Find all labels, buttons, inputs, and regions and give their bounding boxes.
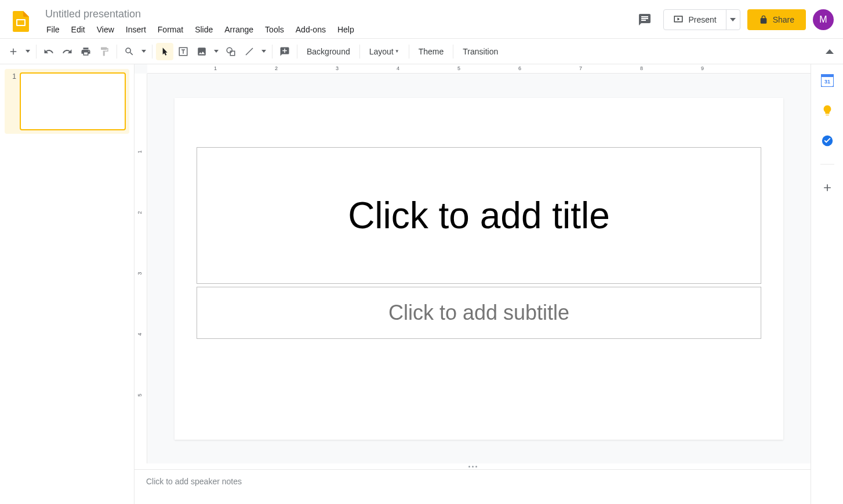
comment-tool[interactable] (276, 43, 293, 60)
separator (36, 45, 37, 59)
shape-icon (226, 46, 236, 57)
ruler-tick: 1 (137, 150, 143, 153)
shape-tool[interactable] (222, 43, 239, 60)
ruler-tick: 9 (701, 65, 704, 71)
menu-arrange[interactable]: Arrange (220, 23, 258, 36)
account-avatar[interactable]: M (813, 9, 834, 30)
slide-thumbnail-row[interactable]: 1 (5, 69, 129, 134)
add-app-button[interactable] (820, 181, 834, 195)
textbox-tool[interactable] (175, 43, 192, 60)
collapse-toolbar-button[interactable] (821, 43, 838, 60)
ruler-tick: 3 (336, 65, 339, 71)
paint-format-button[interactable] (96, 43, 113, 60)
notes-resize-handle[interactable] (135, 463, 811, 469)
zoom-icon (124, 46, 135, 57)
undo-button[interactable] (40, 43, 57, 60)
slides-logo[interactable] (9, 10, 32, 33)
speaker-notes[interactable]: Click to add speaker notes (135, 469, 811, 504)
keep-app-icon[interactable] (820, 104, 834, 118)
editor-area: 1 2 3 4 5 6 7 8 9 1 2 3 4 5 Click to add… (135, 64, 811, 504)
comments-button[interactable] (633, 8, 656, 31)
line-tool[interactable] (241, 43, 258, 60)
menu-format[interactable]: Format (153, 23, 188, 36)
present-group: Present (663, 9, 740, 30)
new-slide-dropdown[interactable] (23, 43, 32, 60)
editor-body: 1 2 3 4 5 Click to add title Click to ad… (135, 74, 811, 463)
layout-label: Layout (369, 47, 394, 56)
present-button[interactable]: Present (664, 10, 725, 30)
image-dropdown[interactable] (212, 43, 221, 60)
separator (409, 45, 409, 59)
svg-rect-6 (821, 74, 834, 77)
ruler-tick: 1 (214, 65, 217, 71)
slide-thumbnail[interactable] (20, 72, 126, 130)
separator (297, 45, 297, 59)
layout-button[interactable]: Layout ▼ (364, 43, 405, 60)
image-tool[interactable] (193, 43, 210, 60)
line-icon (244, 46, 255, 57)
line-dropdown[interactable] (259, 43, 268, 60)
ruler-tick: 6 (518, 65, 521, 71)
transition-button[interactable]: Transition (457, 43, 504, 60)
chevron-down-icon (141, 50, 146, 53)
zoom-button[interactable] (121, 43, 138, 60)
separator (453, 45, 453, 59)
canvas[interactable]: Click to add title Click to add subtitle (147, 74, 811, 463)
present-dropdown[interactable] (726, 10, 740, 30)
zoom-dropdown[interactable] (139, 43, 148, 60)
calendar-app-icon[interactable]: 31 (820, 74, 834, 87)
title-placeholder-text: Click to add title (348, 194, 610, 237)
chevron-down-icon: ▼ (395, 49, 399, 54)
menu-slide[interactable]: Slide (190, 23, 217, 36)
print-icon (81, 46, 91, 57)
background-button[interactable]: Background (301, 43, 356, 60)
select-tool[interactable] (156, 43, 173, 60)
ruler-tick: 2 (275, 65, 278, 71)
vertical-ruler[interactable]: 1 2 3 4 5 (135, 74, 147, 463)
menu-addons[interactable]: Add-ons (291, 23, 330, 36)
separator (152, 45, 152, 59)
image-icon (197, 46, 207, 57)
side-panel: 31 (811, 64, 843, 504)
slide-number: 1 (8, 72, 16, 81)
filmstrip[interactable]: 1 (0, 64, 135, 504)
new-slide-button[interactable] (5, 43, 22, 60)
present-icon (673, 14, 684, 25)
ruler-tick: 4 (137, 333, 143, 335)
comment-icon (638, 13, 652, 27)
title-placeholder[interactable]: Click to add title (197, 147, 761, 284)
ruler-tick: 2 (137, 211, 143, 214)
svg-rect-1 (17, 20, 24, 25)
redo-button[interactable] (59, 43, 76, 60)
add-comment-icon (279, 46, 290, 57)
slide[interactable]: Click to add title Click to add subtitle (175, 98, 783, 440)
svg-point-3 (227, 48, 232, 53)
horizontal-ruler[interactable]: 1 2 3 4 5 6 7 8 9 (147, 64, 811, 74)
chevron-up-icon (826, 49, 834, 54)
header-right: Present Share M (633, 8, 834, 31)
menu-view[interactable]: View (92, 23, 119, 36)
svg-rect-4 (230, 51, 235, 56)
menu-help[interactable]: Help (333, 23, 359, 36)
theme-button[interactable]: Theme (413, 43, 450, 60)
svg-text:31: 31 (824, 79, 830, 85)
menu-tools[interactable]: Tools (260, 23, 289, 36)
paint-roller-icon (99, 46, 110, 57)
ruler-tick: 7 (579, 65, 582, 71)
ruler-tick: 5 (137, 393, 143, 396)
share-label: Share (773, 15, 794, 24)
plus-icon (8, 46, 19, 57)
separator (820, 164, 834, 165)
tasks-app-icon[interactable] (820, 134, 834, 148)
menu-edit[interactable]: Edit (67, 23, 90, 36)
share-button[interactable]: Share (747, 9, 806, 30)
print-button[interactable] (77, 43, 95, 60)
chevron-down-icon (26, 50, 30, 53)
ruler-tick: 8 (640, 65, 643, 71)
menu-file[interactable]: File (42, 23, 64, 36)
subtitle-placeholder[interactable]: Click to add subtitle (197, 287, 761, 339)
separator (359, 45, 360, 59)
toolbar: Background Layout ▼ Theme Transition (0, 39, 843, 64)
menu-insert[interactable]: Insert (121, 23, 151, 36)
chevron-down-icon (730, 18, 736, 21)
